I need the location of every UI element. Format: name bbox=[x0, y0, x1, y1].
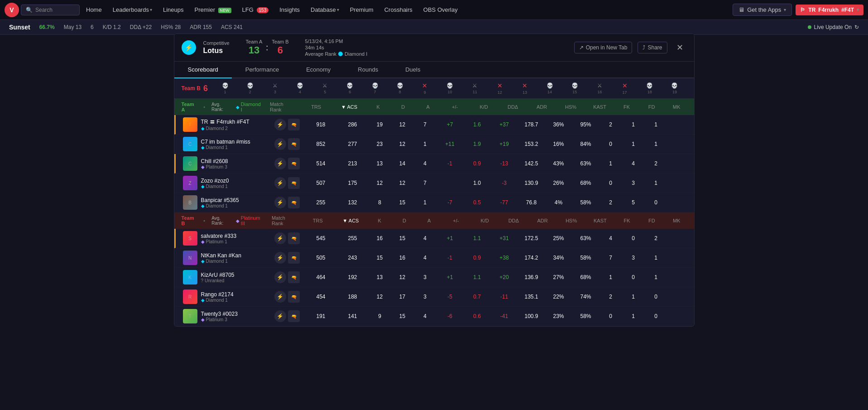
player-row[interactable]: BBanpicar #5365◆ Diamond 1⚡🔫2551328151-7… bbox=[174, 193, 694, 212]
player-row[interactable]: TTwenty3 #0023◆ Platinum 3⚡🔫1911419154-6… bbox=[174, 307, 694, 326]
team-a-label: Team A bbox=[246, 39, 263, 44]
stat-cell: 0 bbox=[599, 141, 622, 147]
team-b-rank: ◆ Platinum III bbox=[236, 215, 263, 226]
player-info: RRango #2174◆ Diamond 1 bbox=[183, 289, 269, 304]
round-icon-11: ⚔ bbox=[472, 82, 477, 89]
round-icon-7: 💀 bbox=[372, 82, 379, 89]
weapon-icon: 🔫 bbox=[288, 291, 300, 303]
stat-cell: 68% bbox=[572, 180, 599, 186]
stat-cell: 25% bbox=[545, 235, 572, 241]
player-row[interactable]: RRango #2174◆ Diamond 1⚡🔫45418812173-50.… bbox=[174, 287, 694, 307]
stat-cell: 15 bbox=[369, 255, 391, 261]
nav-home[interactable]: Home bbox=[82, 4, 106, 16]
player-row[interactable]: TTR 〓 F4rrukh #F4T◆ Diamond 2⚡🔫918286191… bbox=[174, 115, 694, 135]
weapon-icon: 🔫 bbox=[288, 271, 300, 283]
player-row[interactable]: NNtKan Kan #Kan◆ Diamond 1⚡🔫50524315164-… bbox=[174, 248, 694, 268]
stat-cell: 2 bbox=[599, 199, 622, 206]
stat-cell: 1 bbox=[645, 121, 667, 128]
acs-col-a-sorted: ▼ ACS bbox=[335, 104, 364, 110]
nav-crosshairs[interactable]: Crosshairs bbox=[380, 4, 417, 16]
rank-icon: ◆ bbox=[201, 298, 205, 303]
player-details: Rango #2174◆ Diamond 1 bbox=[201, 291, 234, 303]
nav-database[interactable]: Database ▾ bbox=[306, 4, 344, 16]
round-number-18: 18 bbox=[647, 90, 652, 94]
match-summary-row: Sunset 66.7% May 13 6 K/D 1.2 DDΔ +22 HS… bbox=[0, 20, 868, 35]
modal-close-button[interactable]: ✕ bbox=[673, 41, 687, 54]
stat-cell: 188 bbox=[337, 294, 369, 300]
stat-cell: 23 bbox=[369, 141, 391, 147]
stat-cell: -5 bbox=[436, 294, 464, 300]
stat-cell: 1 bbox=[414, 141, 436, 147]
tab-scoreboard[interactable]: Scoreboard bbox=[174, 62, 232, 77]
stat-cell: 1 bbox=[622, 141, 645, 147]
player-row[interactable]: CC7 im batman #miss◆ Diamond 1⚡🔫85227723… bbox=[174, 135, 694, 154]
stat-cell: 7 bbox=[414, 180, 436, 186]
open-new-tab-button[interactable]: ↗ Open in New Tab bbox=[574, 42, 633, 53]
stat-cell: 852 bbox=[305, 141, 337, 147]
stat-cell: 0.9 bbox=[464, 160, 491, 167]
match-rank-cell: ⚡🔫 bbox=[269, 177, 305, 189]
stat-cell: 286 bbox=[337, 121, 369, 128]
stat-cell: 1.9 bbox=[464, 141, 491, 147]
round-cell-15: 💀15 bbox=[563, 82, 587, 94]
stat-cell: +11 bbox=[436, 141, 464, 147]
match-duration: 34m 14s bbox=[305, 45, 368, 50]
nav-premier[interactable]: Premier NEW bbox=[190, 4, 235, 16]
nav-insights[interactable]: Insights bbox=[275, 4, 304, 16]
tab-duels[interactable]: Duels bbox=[392, 62, 434, 77]
weapon-icon: 🔫 bbox=[288, 197, 300, 208]
game-type-label: Competitive bbox=[203, 40, 230, 46]
round-number-7: 7 bbox=[374, 90, 376, 94]
team-b-players: Ssalvatore #333◆ Platinum 1⚡🔫54525516154… bbox=[174, 229, 694, 326]
stat-cell: 4 bbox=[622, 160, 645, 167]
tab-performance[interactable]: Performance bbox=[232, 62, 293, 77]
nav-premium[interactable]: Premium bbox=[345, 4, 378, 16]
share-button[interactable]: ⤴ Share bbox=[638, 42, 667, 53]
nav-lfg[interactable]: LFG 153 bbox=[238, 4, 273, 16]
player-info: KKizArU #8705? Unranked bbox=[183, 270, 269, 285]
refresh-icon[interactable]: ↻ bbox=[854, 24, 859, 30]
nav-lineups[interactable]: Lineups bbox=[158, 4, 188, 16]
round-icon-10: 💀 bbox=[446, 82, 453, 89]
kast-col-b: KAST bbox=[588, 218, 613, 223]
stat-cell: 0 bbox=[599, 313, 622, 319]
stat-cell: 8 bbox=[369, 199, 391, 206]
adr-col-a: ADR bbox=[530, 104, 554, 110]
search-box[interactable]: 🔍 Search bbox=[21, 5, 80, 15]
kd-stat: K/D 1.2 bbox=[103, 24, 121, 30]
stat-cell: 130.9 bbox=[518, 180, 545, 186]
mk-col-a: MK bbox=[667, 104, 687, 110]
user-profile-button[interactable]: 🏳 TR F4rrukh #F4T ▾ bbox=[796, 5, 863, 15]
player-row[interactable]: ZZozo #zoz0◆ Diamond 1⚡🔫507175121271.0-3… bbox=[174, 174, 694, 193]
player-name: Twenty3 #0023 bbox=[201, 311, 238, 317]
pm-col-b: +/- bbox=[444, 218, 468, 223]
round-icon-17: ✕ bbox=[622, 82, 628, 89]
team-b-label: Team B bbox=[272, 39, 288, 44]
player-row[interactable]: Ssalvatore #333◆ Platinum 1⚡🔫54525516154… bbox=[174, 229, 694, 248]
tab-economy[interactable]: Economy bbox=[293, 62, 344, 77]
player-row[interactable]: KKizArU #8705? Unranked⚡🔫46419213123+11.… bbox=[174, 268, 694, 287]
user-name: F4rrukh bbox=[818, 7, 839, 13]
stat-cell: 36% bbox=[545, 121, 572, 128]
get-apps-button[interactable]: 🖥 Get the Apps ▾ bbox=[733, 4, 792, 16]
player-row[interactable]: CChill #2608◆ Platinum 3⚡🔫51421313144-10… bbox=[174, 154, 694, 174]
stat-cell: 464 bbox=[305, 274, 337, 280]
nav-logo[interactable]: V bbox=[5, 3, 19, 17]
player-avatar: S bbox=[183, 231, 197, 246]
round-icon-19: 💀 bbox=[671, 82, 678, 89]
stat-cell: 918 bbox=[305, 121, 337, 128]
round-number-14: 14 bbox=[547, 90, 552, 94]
tab-rounds[interactable]: Rounds bbox=[344, 62, 392, 77]
rounds-container: 💀1💀2⚔3💀4⚔5💀6💀7💀8✕9💀10⚔11✕12✕13💀14💀15⚔16✕… bbox=[213, 82, 687, 95]
round-number-3: 3 bbox=[274, 90, 276, 94]
modal-actions: ↗ Open in New Tab ⤴ Share ✕ bbox=[574, 41, 687, 54]
team-a-players: TTR 〓 F4rrukh #F4T◆ Diamond 2⚡🔫918286191… bbox=[174, 115, 694, 212]
stat-cell: 12 bbox=[391, 180, 414, 186]
round-icon-1: 💀 bbox=[222, 82, 229, 89]
nav-obs-overlay[interactable]: OBS Overlay bbox=[419, 4, 462, 16]
round-number-5: 5 bbox=[324, 90, 326, 94]
round-icon-9: ✕ bbox=[422, 82, 427, 89]
team-a-name: Team A bbox=[182, 101, 197, 112]
nav-leaderboards[interactable]: Leaderboards ▾ bbox=[108, 4, 157, 16]
stat-cell: 0 bbox=[622, 274, 645, 280]
